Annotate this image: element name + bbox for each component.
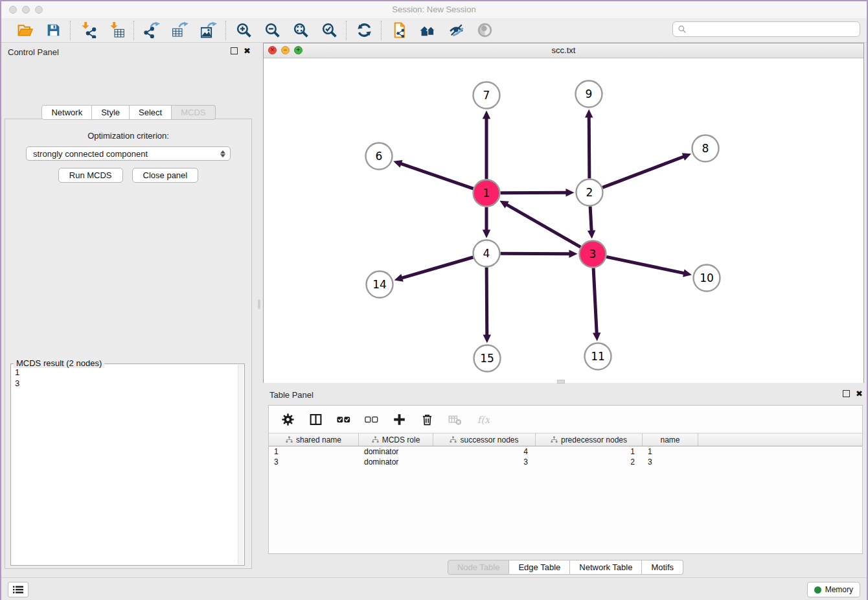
select-all-icon[interactable] — [336, 412, 350, 426]
tab-select[interactable]: Select — [130, 105, 172, 120]
edge-4-3[interactable] — [500, 253, 570, 254]
column-header-predecessor-nodes[interactable]: predecessor nodes — [536, 433, 643, 446]
delete-table-icon[interactable] — [448, 412, 462, 426]
tab-network-table[interactable]: Network Table — [570, 560, 642, 575]
graph-node-4[interactable]: 4 — [474, 240, 500, 267]
table-cell[interactable]: 3 — [643, 457, 698, 467]
delete-row-icon[interactable] — [420, 412, 434, 426]
float-table-panel-icon[interactable] — [843, 390, 850, 397]
graph-node-14[interactable]: 14 — [367, 271, 393, 298]
save-session-icon[interactable] — [45, 22, 62, 39]
table-panel-tabs: Node TableEdge TableNetwork TableMotifs — [263, 560, 868, 575]
birds-eye-view-icon[interactable] — [476, 22, 493, 39]
close-panel-button[interactable]: Close panel — [132, 168, 199, 183]
show-hide-details-icon[interactable] — [448, 22, 464, 39]
edge-1-6[interactable] — [400, 163, 474, 189]
edge-1-2[interactable] — [500, 192, 567, 193]
table-row[interactable]: 1dominator411 — [269, 446, 862, 457]
float-panel-icon[interactable] — [231, 47, 238, 54]
toolbar-group — [227, 22, 346, 39]
vertical-splitter-handle[interactable] — [258, 299, 260, 309]
table-cell[interactable]: 1 — [269, 446, 359, 457]
edge-2-3[interactable] — [590, 206, 591, 231]
table-cell[interactable]: 3 — [269, 457, 359, 467]
table-cell[interactable]: 3 — [433, 457, 536, 467]
list-icon — [13, 585, 23, 594]
svg-text:15: 15 — [480, 352, 494, 365]
import-network-icon[interactable] — [80, 22, 97, 39]
table-cell[interactable]: dominator — [359, 446, 433, 457]
memory-button[interactable]: Memory — [807, 582, 860, 597]
edge-arrowhead — [394, 274, 404, 282]
first-neighbors-icon[interactable] — [419, 22, 436, 39]
table-row[interactable]: 3dominator323 — [269, 457, 862, 467]
search-input[interactable] — [687, 23, 860, 35]
tab-style[interactable]: Style — [92, 105, 130, 120]
graph-node-11[interactable]: 11 — [585, 343, 611, 370]
column-header-name[interactable]: name — [643, 433, 698, 446]
edge-2-8[interactable] — [602, 156, 685, 187]
columns-icon[interactable] — [308, 412, 323, 426]
add-row-icon[interactable] — [392, 412, 406, 426]
edge-3-11[interactable] — [593, 268, 597, 334]
graph-node-2[interactable]: 2 — [577, 179, 603, 206]
result-scrollbar[interactable] — [238, 365, 244, 564]
horizontal-splitter-handle[interactable] — [557, 380, 565, 384]
export-table-icon[interactable] — [172, 22, 188, 39]
graph-node-6[interactable]: 6 — [366, 143, 393, 170]
network-frame-titlebar[interactable]: ✕ − + scc.txt — [264, 43, 863, 58]
import-table-icon[interactable] — [108, 22, 125, 39]
table-cell[interactable]: 4 — [433, 446, 536, 457]
tab-motifs[interactable]: Motifs — [642, 560, 683, 575]
export-image-icon[interactable] — [200, 22, 217, 39]
svg-text:2: 2 — [586, 186, 593, 199]
edge-4-14[interactable] — [401, 257, 473, 278]
search-box[interactable] — [672, 21, 860, 37]
edge-2-9[interactable] — [589, 116, 589, 178]
network-canvas[interactable]: 7968124314101511 — [264, 58, 863, 383]
graph-node-3[interactable]: 3 — [580, 241, 606, 268]
edge-3-1[interactable] — [506, 204, 580, 247]
zoom-fit-icon[interactable] — [292, 22, 309, 39]
open-file-icon[interactable] — [16, 22, 33, 39]
close-table-panel-icon[interactable]: ✖ — [856, 390, 863, 397]
edge-4-15[interactable] — [486, 267, 487, 336]
zoom-out-icon[interactable] — [264, 22, 280, 39]
table-cell[interactable]: dominator — [359, 457, 433, 467]
export-network-icon[interactable] — [143, 22, 160, 39]
graph-node-7[interactable]: 7 — [474, 82, 500, 109]
refresh-icon[interactable] — [356, 22, 372, 39]
graph-node-15[interactable]: 15 — [474, 345, 501, 372]
zoom-in-icon[interactable] — [235, 22, 252, 39]
close-panel-icon[interactable]: ✖ — [244, 47, 251, 54]
graph-node-10[interactable]: 10 — [694, 265, 720, 292]
tab-node-table[interactable]: Node Table — [448, 560, 510, 575]
tab-network[interactable]: Network — [41, 105, 92, 120]
task-history-button[interactable] — [8, 582, 29, 597]
edge-arrowhead — [569, 250, 577, 258]
table-cell[interactable]: 2 — [536, 457, 643, 467]
graph-node-9[interactable]: 9 — [576, 81, 602, 108]
run-mcds-button[interactable]: Run MCDS — [58, 168, 123, 183]
edge-arrowhead — [483, 230, 490, 238]
table-settings-icon[interactable] — [280, 412, 295, 426]
result-line: 1 — [15, 367, 238, 378]
edge-3-10[interactable] — [606, 257, 685, 273]
criterion-dropdown[interactable]: strongly connected component — [26, 146, 231, 161]
svg-text:3: 3 — [589, 248, 597, 260]
table-cell[interactable]: 1 — [643, 446, 698, 457]
column-header-shared-name[interactable]: shared name — [269, 433, 359, 446]
mcds-result-text[interactable]: 13 — [15, 367, 238, 564]
deselect-all-icon[interactable] — [364, 412, 378, 426]
graph-node-8[interactable]: 8 — [692, 135, 719, 162]
svg-text:10: 10 — [700, 271, 714, 284]
column-header-MCDS-role[interactable]: MCDS role — [359, 433, 433, 446]
function-builder-icon[interactable]: f(x) — [475, 412, 490, 426]
column-header-successor-nodes[interactable]: successor nodes — [433, 433, 536, 446]
zoom-selected-icon[interactable] — [321, 22, 337, 39]
tab-edge-table[interactable]: Edge Table — [509, 560, 570, 575]
graph-node-1[interactable]: 1 — [474, 180, 500, 207]
tab-mcds[interactable]: MCDS — [172, 105, 215, 120]
clone-network-icon[interactable] — [391, 22, 407, 39]
table-cell[interactable]: 1 — [536, 446, 643, 457]
